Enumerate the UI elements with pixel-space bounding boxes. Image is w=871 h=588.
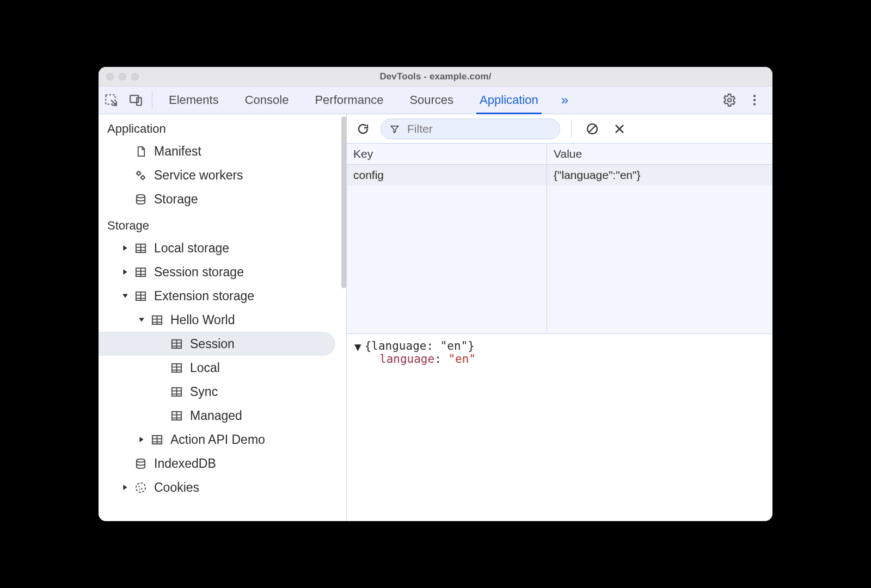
gear-icon <box>722 93 737 107</box>
sidebar-item-label: Manifest <box>154 144 201 159</box>
caret-right-icon[interactable] <box>138 436 145 443</box>
sidebar-item-hello-world[interactable]: Hello World <box>99 308 346 332</box>
tabs-overflow-button[interactable]: » <box>561 86 568 114</box>
caret-right-icon[interactable] <box>121 484 129 491</box>
sidebar-item-label: Managed <box>190 408 242 423</box>
ban-icon <box>586 122 599 135</box>
sidebar-item-label: Cookies <box>154 480 199 495</box>
preview-key: language <box>379 352 434 366</box>
sidebar-item-label: Sync <box>190 385 218 399</box>
filter-icon <box>390 124 400 134</box>
tab-performance[interactable]: Performance <box>311 86 387 114</box>
refresh-button[interactable] <box>353 119 373 139</box>
table-body[interactable]: config{"language":"en"} <box>347 165 772 333</box>
sidebar-item-indexeddb[interactable]: IndexedDB <box>99 451 346 475</box>
table-icon <box>133 242 148 255</box>
sidebar-item-session[interactable]: Session <box>99 332 335 356</box>
devtools-tabbar: ElementsConsolePerformanceSourcesApplica… <box>99 86 772 114</box>
caret-down-icon[interactable] <box>138 317 145 323</box>
tab-elements[interactable]: Elements <box>165 86 222 114</box>
cookie-icon <box>133 481 148 494</box>
svg-point-3 <box>728 98 732 102</box>
svg-point-6 <box>753 103 756 105</box>
sidebar-group-title: Application <box>99 114 346 139</box>
application-sidebar: ApplicationManifestService workersStorag… <box>99 114 347 521</box>
preview-value: "en" <box>448 352 476 366</box>
sidebar-item-label: Session <box>190 337 235 351</box>
table-icon <box>133 266 148 278</box>
kebab-menu-button[interactable] <box>742 93 767 107</box>
table-header-row: Key Value <box>347 144 772 165</box>
cell-value[interactable]: {"language":"en"} <box>547 165 772 185</box>
col-key[interactable]: Key <box>347 144 547 164</box>
preview-summary: {language: "en"} <box>365 339 475 352</box>
storage-toolbar <box>347 114 772 144</box>
devtools-window: DevTools - example.com/ ElementsConsoleP… <box>99 67 772 521</box>
sidebar-item-label: Service workers <box>154 168 243 183</box>
gears-icon <box>133 169 148 182</box>
toolbar-separator <box>571 120 572 138</box>
table-row[interactable]: config{"language":"en"} <box>347 165 772 185</box>
table-icon <box>133 290 148 302</box>
value-preview: ▼{language: "en"} language: "en" <box>347 334 772 521</box>
caret-right-icon[interactable] <box>121 245 129 251</box>
dots-vertical-icon <box>747 93 762 107</box>
tabbar-separator <box>152 91 152 109</box>
sidebar-item-label: Storage <box>154 192 198 207</box>
database-icon <box>133 193 148 206</box>
svg-point-4 <box>753 95 756 97</box>
caret-down-icon[interactable] <box>121 293 129 299</box>
refresh-icon <box>357 122 370 135</box>
clear-all-button[interactable] <box>582 119 602 139</box>
sidebar-item-label: Hello World <box>170 313 235 327</box>
table-icon <box>169 338 183 350</box>
sidebar-item-session-storage[interactable]: Session storage <box>99 260 346 284</box>
storage-pane: Key Value config{"language":"en"} ▼{lang… <box>347 114 772 521</box>
sidebar-item-label: Local <box>190 361 220 375</box>
sidebar-item-sync[interactable]: Sync <box>99 380 346 404</box>
tab-console[interactable]: Console <box>242 86 292 114</box>
sidebar-item-cookies[interactable]: Cookies <box>99 475 346 499</box>
sidebar-item-service-workers[interactable]: Service workers <box>99 163 346 187</box>
preview-entry[interactable]: language: "en" <box>354 352 765 366</box>
sidebar-item-label: Session storage <box>154 265 244 280</box>
close-icon <box>613 122 626 135</box>
cell-key[interactable]: config <box>347 165 547 185</box>
inspect-icon[interactable] <box>99 86 124 114</box>
preview-summary-line[interactable]: ▼{language: "en"} <box>354 339 765 352</box>
col-value[interactable]: Value <box>547 144 772 164</box>
sidebar-item-extension-storage[interactable]: Extension storage <box>99 284 346 308</box>
sidebar-item-storage[interactable]: Storage <box>99 187 346 211</box>
column-resize-handle[interactable] <box>547 165 547 333</box>
sidebar-item-local[interactable]: Local <box>99 356 346 380</box>
chevron-double-right-icon: » <box>561 92 568 108</box>
sidebar-item-managed[interactable]: Managed <box>99 404 346 428</box>
filter-field[interactable] <box>381 119 560 139</box>
table-icon <box>169 386 183 398</box>
content-area: ApplicationManifestService workersStorag… <box>99 114 772 521</box>
settings-button[interactable] <box>717 93 742 107</box>
table-icon <box>150 434 164 446</box>
table-icon <box>169 362 183 374</box>
database-icon <box>133 457 148 470</box>
storage-table: Key Value config{"language":"en"} <box>347 144 772 334</box>
caret-down-icon[interactable]: ▼ <box>354 341 361 354</box>
tab-sources[interactable]: Sources <box>406 86 457 114</box>
sidebar-item-local-storage[interactable]: Local storage <box>99 236 346 260</box>
window-title: DevTools - example.com/ <box>99 71 772 82</box>
device-toolbar-icon[interactable] <box>124 86 149 114</box>
filter-input[interactable] <box>406 122 542 136</box>
sidebar-item-label: Action API Demo <box>170 432 265 447</box>
table-icon <box>169 410 183 422</box>
sidebar-group-title: Storage <box>99 211 346 236</box>
sidebar-item-label: IndexedDB <box>154 456 216 471</box>
delete-selected-button[interactable] <box>610 119 629 139</box>
caret-right-icon[interactable] <box>121 269 129 275</box>
tab-application[interactable]: Application <box>476 86 542 114</box>
document-icon <box>133 145 148 158</box>
sidebar-item-action-api-demo[interactable]: Action API Demo <box>99 428 346 451</box>
sidebar-item-manifest[interactable]: Manifest <box>99 139 346 163</box>
window-titlebar: DevTools - example.com/ <box>99 67 772 86</box>
sidebar-scrollbar[interactable] <box>341 116 346 288</box>
table-icon <box>150 314 164 326</box>
